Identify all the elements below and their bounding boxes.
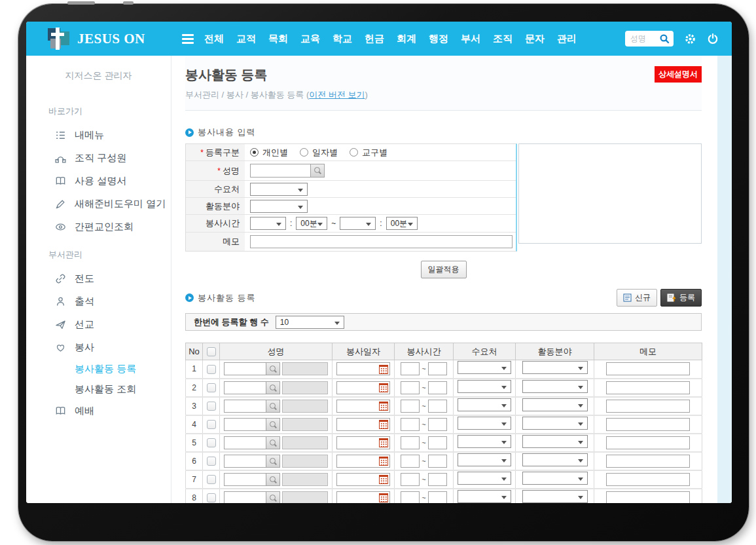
nav-item[interactable]: 조직 bbox=[493, 33, 513, 45]
row-checkbox[interactable] bbox=[207, 493, 216, 502]
memo-input[interactable] bbox=[606, 491, 690, 504]
start-minute-select[interactable]: 00분 bbox=[296, 217, 327, 230]
sidebar-item-my-menu[interactable]: 내메뉴 bbox=[26, 124, 171, 147]
date-input[interactable] bbox=[336, 362, 390, 375]
activity-field-select[interactable] bbox=[522, 435, 588, 448]
row-checkbox[interactable] bbox=[207, 457, 216, 466]
time-start-input[interactable] bbox=[401, 473, 420, 486]
search-icon[interactable] bbox=[266, 492, 279, 504]
app-logo[interactable]: JESUS ON bbox=[26, 27, 178, 50]
time-end-input[interactable] bbox=[428, 436, 447, 449]
nav-item[interactable]: 문자 bbox=[525, 33, 545, 45]
calendar-icon[interactable] bbox=[379, 420, 388, 429]
name-input[interactable] bbox=[224, 362, 280, 375]
calendar-icon[interactable] bbox=[379, 493, 388, 502]
header-search-box[interactable] bbox=[625, 31, 674, 47]
time-end-input[interactable] bbox=[428, 362, 447, 375]
time-end-input[interactable] bbox=[428, 381, 447, 394]
rows-per-page-select[interactable]: 10 bbox=[276, 316, 344, 329]
activity-field-select[interactable] bbox=[522, 361, 588, 374]
activity-field-select[interactable] bbox=[250, 200, 308, 213]
calendar-icon[interactable] bbox=[379, 457, 388, 466]
sidebar-item-evangelism[interactable]: 전도 bbox=[26, 267, 171, 290]
activity-field-select[interactable] bbox=[522, 380, 588, 393]
sidebar-item-attendance[interactable]: 출석 bbox=[26, 290, 171, 313]
time-start-input[interactable] bbox=[401, 418, 420, 431]
new-button[interactable]: 신규 bbox=[617, 289, 657, 307]
sidebar-item-org-members[interactable]: 조직 구성원 bbox=[26, 147, 171, 170]
row-checkbox[interactable] bbox=[207, 383, 216, 392]
calendar-icon[interactable] bbox=[379, 365, 388, 374]
nav-item[interactable]: 전체 bbox=[204, 33, 224, 45]
row-checkbox[interactable] bbox=[207, 402, 216, 411]
date-input[interactable] bbox=[336, 455, 390, 468]
calendar-icon[interactable] bbox=[379, 475, 388, 484]
activity-field-select[interactable] bbox=[522, 472, 588, 485]
time-start-input[interactable] bbox=[401, 400, 420, 413]
memo-input[interactable] bbox=[606, 436, 690, 449]
time-end-input[interactable] bbox=[428, 491, 447, 504]
name-input[interactable] bbox=[224, 381, 280, 394]
name-input[interactable] bbox=[250, 164, 325, 178]
memo-input[interactable] bbox=[606, 381, 690, 394]
memo-input[interactable] bbox=[606, 473, 690, 486]
submit-button[interactable]: 등록 bbox=[660, 289, 702, 307]
radio-individual[interactable] bbox=[250, 148, 259, 157]
nav-item[interactable]: 관리 bbox=[557, 33, 577, 45]
nav-item[interactable]: 학교 bbox=[333, 33, 352, 45]
time-start-input[interactable] bbox=[401, 455, 420, 468]
search-icon[interactable] bbox=[266, 382, 279, 394]
nav-item[interactable]: 회계 bbox=[397, 33, 416, 45]
right-scroll-strip[interactable] bbox=[717, 56, 732, 503]
calendar-icon[interactable] bbox=[379, 438, 388, 447]
time-start-input[interactable] bbox=[401, 491, 420, 504]
sidebar-item-mission[interactable]: 선교 bbox=[26, 313, 171, 336]
name-input[interactable] bbox=[224, 436, 280, 449]
activity-field-select[interactable] bbox=[522, 453, 588, 466]
search-icon[interactable] bbox=[266, 400, 279, 412]
memo-input[interactable] bbox=[606, 362, 690, 375]
calendar-icon[interactable] bbox=[379, 383, 388, 392]
memo-input[interactable] bbox=[606, 400, 690, 413]
search-input[interactable] bbox=[630, 34, 659, 43]
start-hour-select[interactable] bbox=[250, 217, 286, 230]
sidebar-item-newyear-helper[interactable]: 새해준비도우미 열기 bbox=[26, 193, 171, 216]
end-hour-select[interactable] bbox=[340, 217, 376, 230]
calendar-icon[interactable] bbox=[379, 402, 388, 411]
settings-gear-icon[interactable] bbox=[684, 33, 696, 45]
activity-field-select[interactable] bbox=[522, 417, 588, 430]
power-icon[interactable] bbox=[707, 33, 719, 45]
apply-all-button[interactable]: 일괄적용 bbox=[421, 261, 467, 278]
memo-input[interactable] bbox=[606, 418, 690, 431]
time-end-input[interactable] bbox=[428, 400, 447, 413]
nav-item[interactable]: 행정 bbox=[429, 33, 448, 45]
row-checkbox[interactable] bbox=[207, 365, 216, 374]
supplier-select[interactable] bbox=[458, 435, 511, 448]
activity-field-select[interactable] bbox=[522, 398, 588, 411]
activity-field-select[interactable] bbox=[522, 490, 588, 503]
time-start-input[interactable] bbox=[401, 436, 420, 449]
search-icon[interactable] bbox=[266, 419, 279, 430]
nav-item[interactable]: 교육 bbox=[300, 33, 320, 45]
hamburger-menu-icon[interactable] bbox=[182, 34, 194, 44]
select-all-checkbox[interactable] bbox=[207, 347, 216, 356]
supplier-select[interactable] bbox=[458, 361, 511, 374]
nav-item[interactable]: 목회 bbox=[268, 33, 288, 45]
time-start-input[interactable] bbox=[401, 362, 420, 375]
time-end-input[interactable] bbox=[428, 473, 447, 486]
manual-badge-button[interactable]: 상세설명서 bbox=[655, 66, 702, 83]
search-icon[interactable] bbox=[310, 164, 324, 177]
name-input[interactable] bbox=[224, 455, 280, 468]
radio-by-date[interactable] bbox=[300, 148, 308, 157]
date-input[interactable] bbox=[336, 436, 390, 449]
memo-input[interactable] bbox=[606, 455, 690, 468]
radio-by-district[interactable] bbox=[350, 148, 358, 157]
supplier-select[interactable] bbox=[458, 472, 511, 485]
row-checkbox[interactable] bbox=[207, 420, 216, 429]
date-input[interactable] bbox=[336, 381, 390, 394]
end-minute-select[interactable]: 00분 bbox=[386, 217, 418, 230]
sidebar-item-quick-member-lookup[interactable]: 간편교인조회 bbox=[26, 216, 171, 238]
row-checkbox[interactable] bbox=[207, 438, 216, 447]
supplier-select[interactable] bbox=[458, 453, 511, 466]
search-icon[interactable] bbox=[266, 437, 279, 449]
